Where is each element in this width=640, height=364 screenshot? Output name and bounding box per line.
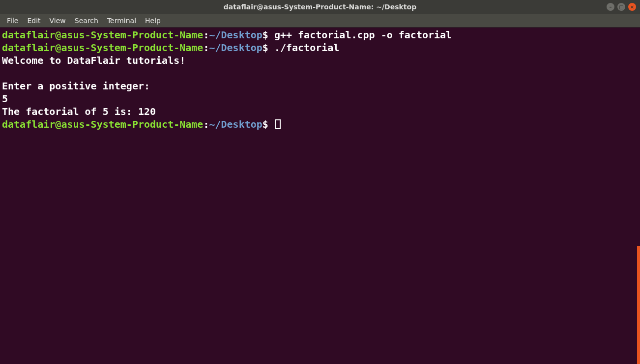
prompt-path: ~/Desktop <box>209 42 262 54</box>
terminal-line: 5 <box>2 92 638 105</box>
window-controls: – □ ✕ <box>607 3 636 11</box>
menu-search[interactable]: Search <box>71 16 102 26</box>
minimize-icon[interactable]: – <box>607 3 614 11</box>
prompt-dollar: $ <box>262 42 268 54</box>
prompt-colon: : <box>203 42 209 54</box>
terminal-line: The factorial of 5 is: 120 <box>2 105 638 118</box>
terminal-line: Welcome to DataFlair tutorials! <box>2 54 638 67</box>
output-text: The factorial of 5 is: 120 <box>2 106 156 117</box>
menubar: File Edit View Search Terminal Help <box>0 14 640 28</box>
terminal-viewport[interactable]: dataflair@asus-System-Product-Name:~/Des… <box>0 28 640 364</box>
prompt-path: ~/Desktop <box>209 118 262 130</box>
titlebar: dataflair@asus-System-Product-Name: ~/De… <box>0 0 640 14</box>
cursor-icon <box>275 119 281 129</box>
menu-help[interactable]: Help <box>141 16 165 26</box>
command-text: g++ factorial.cpp -o factorial <box>268 29 452 41</box>
command-text: ./factorial <box>268 42 340 54</box>
prompt-dollar: $ <box>262 29 268 41</box>
maximize-icon[interactable]: □ <box>617 3 625 11</box>
output-text: Welcome to DataFlair tutorials! <box>2 55 185 66</box>
prompt-user-host: dataflair@asus-System-Product-Name <box>2 29 203 41</box>
scrollbar-indicator[interactable] <box>637 246 640 364</box>
output-text: Enter a positive integer: <box>2 80 156 92</box>
prompt-user-host: dataflair@asus-System-Product-Name <box>2 42 203 54</box>
menu-view[interactable]: View <box>46 16 70 26</box>
terminal-line: dataflair@asus-System-Product-Name:~/Des… <box>2 118 638 131</box>
command-text <box>268 118 274 130</box>
menu-terminal[interactable]: Terminal <box>103 16 140 26</box>
window-title: dataflair@asus-System-Product-Name: ~/De… <box>224 3 416 11</box>
prompt-path: ~/Desktop <box>209 29 262 41</box>
prompt-dollar: $ <box>262 118 268 130</box>
terminal-line: Enter a positive integer: <box>2 80 638 92</box>
terminal-line: dataflair@asus-System-Product-Name:~/Des… <box>2 28 638 41</box>
prompt-colon: : <box>203 118 209 130</box>
close-icon[interactable]: ✕ <box>628 3 636 11</box>
output-text: 5 <box>2 93 8 105</box>
terminal-blank-line <box>2 67 638 80</box>
menu-file[interactable]: File <box>3 16 22 26</box>
prompt-colon: : <box>203 29 209 41</box>
terminal-window: dataflair@asus-System-Product-Name: ~/De… <box>0 0 640 364</box>
prompt-user-host: dataflair@asus-System-Product-Name <box>2 118 203 130</box>
menu-edit[interactable]: Edit <box>23 16 44 26</box>
terminal-line: dataflair@asus-System-Product-Name:~/Des… <box>2 41 638 54</box>
